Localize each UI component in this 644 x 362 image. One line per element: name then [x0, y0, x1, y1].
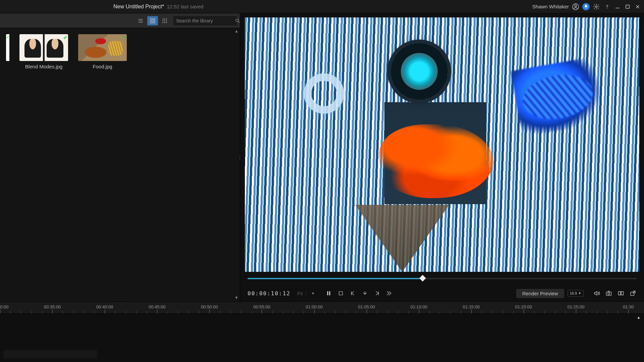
- ruler-tick-label: 00:45:00: [149, 304, 166, 309]
- window-maximize-icon[interactable]: [624, 3, 631, 10]
- preview-controls: 00:00:10:12 Fit ▼ Render Preview 16:9 ▼: [245, 285, 639, 301]
- svg-point-18: [236, 19, 238, 21]
- snapshot-icon[interactable]: [605, 290, 612, 297]
- ruler-tick-label: 00:35:00: [44, 304, 61, 309]
- preview-canvas[interactable]: [245, 17, 639, 272]
- ruler-tick-label: 00:40:00: [96, 304, 113, 309]
- check-icon: ✔: [122, 35, 126, 40]
- ruler-tick-label: 01:30: [623, 304, 634, 309]
- stop-button[interactable]: [337, 290, 344, 297]
- ruler-tick-label: 01:15:00: [463, 304, 480, 309]
- window-minimize-icon[interactable]: [614, 3, 621, 10]
- preview-scrub-bar[interactable]: [245, 272, 639, 285]
- ruler-tick-label: 00:55:00: [253, 304, 270, 309]
- svg-point-14: [166, 20, 167, 21]
- timeline-track-placeholder: [3, 350, 97, 359]
- svg-rect-4: [626, 5, 629, 8]
- timeline-playhead-icon[interactable]: ▲: [637, 315, 641, 320]
- scroll-down-icon[interactable]: ▼: [234, 295, 238, 300]
- svg-point-13: [164, 20, 165, 21]
- zoom-select[interactable]: Fit ▼: [297, 291, 315, 296]
- svg-rect-20: [329, 291, 330, 295]
- svg-point-16: [164, 22, 165, 23]
- next-frame-button[interactable]: [373, 290, 381, 297]
- view-grid-large-button[interactable]: [147, 16, 158, 25]
- settings-icon[interactable]: [592, 3, 600, 11]
- search-icon[interactable]: [235, 18, 240, 23]
- render-preview-label: Render Preview: [522, 291, 558, 296]
- svg-rect-7: [150, 21, 152, 23]
- svg-rect-5: [150, 18, 152, 20]
- svg-point-23: [608, 293, 610, 295]
- ruler-tick-label: 01:10:00: [410, 304, 427, 309]
- view-list-button[interactable]: [135, 16, 146, 25]
- svg-point-10: [164, 18, 165, 19]
- audio-icon[interactable]: [593, 290, 600, 297]
- thumb-partial[interactable]: ✔: [6, 34, 9, 61]
- library-thumbnail[interactable]: ✔: [78, 34, 127, 61]
- view-grid-small-button[interactable]: [159, 16, 170, 25]
- check-icon: ✔: [63, 35, 67, 40]
- svg-rect-21: [339, 292, 342, 295]
- svg-point-1: [575, 5, 577, 7]
- user-name: Shawn Whitaker: [532, 4, 569, 9]
- ruler-tick-label: 00:30:00: [0, 304, 8, 309]
- ruler-tick-label: 00:50:00: [201, 304, 218, 309]
- notifications-icon[interactable]: [582, 3, 590, 10]
- project-title: New Untitled Project*: [113, 4, 164, 10]
- window-close-icon[interactable]: [634, 3, 641, 10]
- aspect-ratio-label: 16:9: [570, 291, 577, 295]
- svg-rect-25: [621, 292, 624, 295]
- svg-point-17: [166, 22, 167, 23]
- svg-point-15: [163, 22, 163, 23]
- title-bar: New Untitled Project* 12:52 last saved S…: [0, 0, 644, 13]
- chevron-down-icon: ▼: [306, 291, 315, 295]
- mark-in-button[interactable]: [361, 290, 369, 297]
- dual-view-icon[interactable]: [617, 290, 625, 297]
- library-thumbnail[interactable]: ✔: [19, 34, 68, 61]
- ruler-tick-label: 01:25:00: [568, 304, 585, 309]
- scrub-progress: [248, 278, 423, 279]
- aspect-ratio-select[interactable]: 16:9 ▼: [568, 290, 584, 297]
- ruler-tick-label: 01:20:00: [515, 304, 532, 309]
- library-panel: ▲ ✔ ✔ Blend Modes.jpg ✔ F: [0, 13, 240, 301]
- library-item[interactable]: ✔ Food.jpg: [78, 34, 127, 69]
- ruler-tick-label: 01:00:00: [306, 304, 323, 309]
- svg-rect-24: [619, 292, 621, 295]
- timeline-ruler[interactable]: 00:30:0000:35:0000:40:0000:45:0000:50:00…: [0, 302, 644, 314]
- svg-point-2: [596, 6, 597, 7]
- svg-point-11: [166, 18, 167, 19]
- library-content: ✔ ✔ Blend Modes.jpg ✔ Food.jpg: [0, 28, 240, 301]
- library-toolbar: [0, 13, 240, 28]
- main-area: ▲ ✔ ✔ Blend Modes.jpg ✔ F: [0, 13, 644, 302]
- help-icon[interactable]: [603, 3, 611, 11]
- svg-rect-22: [606, 292, 611, 296]
- library-search-input[interactable]: [176, 18, 235, 23]
- timecode-display[interactable]: 00:00:10:12: [248, 290, 290, 297]
- scrub-playhead[interactable]: [419, 275, 426, 282]
- library-item-label: Food.jpg: [93, 64, 112, 69]
- ruler-tick-label: 01:05:00: [358, 304, 375, 309]
- render-preview-button[interactable]: Render Preview: [516, 289, 564, 298]
- pause-button[interactable]: [325, 290, 332, 297]
- svg-rect-6: [153, 18, 155, 20]
- svg-point-12: [163, 20, 163, 21]
- prev-frame-button[interactable]: [349, 290, 357, 297]
- user-icon[interactable]: [572, 3, 580, 11]
- library-search[interactable]: [173, 16, 237, 25]
- library-item-label: Blend Modes.jpg: [25, 64, 63, 69]
- svg-point-3: [607, 8, 607, 8]
- preview-panel: 00:00:10:12 Fit ▼ Render Preview 16:9 ▼: [240, 13, 644, 301]
- zoom-select-label: Fit: [297, 291, 303, 296]
- panel-resize-handle[interactable]: [238, 151, 241, 164]
- last-saved-label: 12:52 last saved: [167, 4, 203, 9]
- svg-point-9: [163, 18, 163, 19]
- popout-icon[interactable]: [629, 290, 637, 297]
- svg-rect-19: [327, 291, 328, 295]
- library-item[interactable]: ✔ Blend Modes.jpg: [19, 34, 68, 69]
- chevron-down-icon: ▼: [578, 292, 581, 295]
- timeline-panel: 00:30:0000:35:0000:40:0000:45:0000:50:00…: [0, 302, 644, 362]
- check-icon: ✔: [6, 35, 9, 40]
- svg-rect-8: [153, 21, 155, 23]
- fast-forward-button[interactable]: [385, 290, 393, 297]
